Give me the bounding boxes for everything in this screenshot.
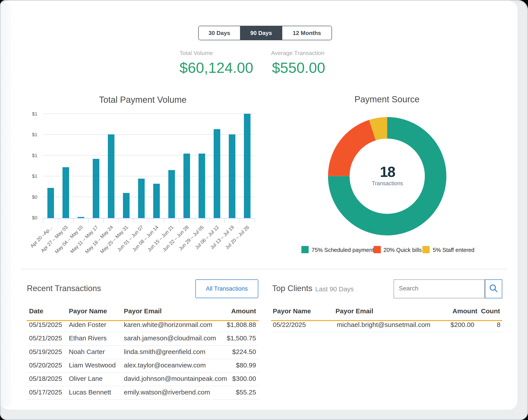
svg-text:Jun 08 – Jun 14: Jun 08 – Jun 14 bbox=[131, 224, 159, 252]
svg-text:5% Staff entered: 5% Staff entered bbox=[433, 247, 475, 253]
svg-text:75% Scheduled payment: 75% Scheduled payment bbox=[312, 247, 374, 253]
svg-text:Jun 15 – Jun 21: Jun 15 – Jun 21 bbox=[146, 224, 174, 252]
svg-text:May 11 – May 17: May 11 – May 17 bbox=[69, 224, 99, 254]
svg-text:$1: $1 bbox=[32, 173, 37, 179]
svg-text:$0: $0 bbox=[32, 194, 37, 200]
svg-text:Jun 22 – Jun 28: Jun 22 – Jun 28 bbox=[161, 224, 190, 252]
svg-text:Jun 01 – Jun 07: Jun 01 – Jun 07 bbox=[116, 224, 144, 252]
svg-text:May 25 – May 31: May 25 – May 31 bbox=[99, 224, 129, 254]
svg-text:$1: $1 bbox=[32, 111, 37, 117]
svg-text:$1: $1 bbox=[32, 132, 37, 137]
svg-text:20% Quick bills: 20% Quick bills bbox=[384, 247, 422, 253]
svg-text:May 04 – May 10: May 04 – May 10 bbox=[54, 224, 84, 254]
svg-text:Apr 27 – May 03: Apr 27 – May 03 bbox=[40, 224, 69, 253]
svg-text:May 18 – May 24: May 18 – May 24 bbox=[84, 224, 114, 254]
svg-text:$1: $1 bbox=[32, 153, 37, 158]
svg-text:$0: $0 bbox=[32, 215, 37, 220]
